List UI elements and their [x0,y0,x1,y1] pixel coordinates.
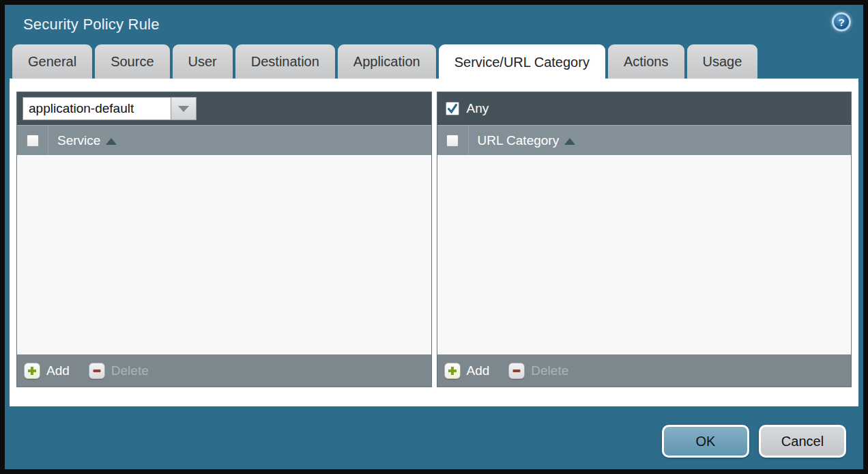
check-mark-icon [447,103,458,114]
url-category-column-header-row: URL Category [437,125,852,155]
url-category-delete-label: Delete [531,363,568,378]
minus-icon [89,363,105,379]
any-checkbox[interactable] [446,102,459,115]
minus-icon [508,363,525,379]
service-list-body[interactable] [17,155,431,354]
chevron-down-icon[interactable] [171,97,197,120]
dialog-titlebar: Security Policy Rule ? [5,5,863,44]
service-type-dropdown[interactable] [23,97,197,120]
security-policy-rule-dialog: Security Policy Rule ? General Source Us… [0,0,868,474]
plus-icon [444,363,461,379]
sort-ascending-icon [564,138,575,145]
url-category-column-label[interactable]: URL Category [478,133,560,148]
url-category-panel: Any URL Category Add [437,92,852,387]
service-column-label[interactable]: Service [57,133,100,148]
tab-service-url-category[interactable]: Service/URL Category [439,44,605,80]
tab-general[interactable]: General [12,44,92,79]
service-delete-label: Delete [111,363,149,378]
url-category-column-label-wrap[interactable]: URL Category [469,126,576,155]
url-category-add-label: Add [467,363,490,378]
service-select-all-checkbox[interactable] [27,135,39,147]
dialog-footer: OK Cancel [662,425,846,458]
any-label: Any [467,101,489,116]
dialog-title: Security Policy Rule [23,16,160,33]
url-category-list-body[interactable] [437,155,852,354]
chevron-down-glyph [178,106,189,112]
service-delete-button[interactable]: Delete [89,363,149,379]
plus-icon [24,363,40,379]
tab-application[interactable]: Application [338,44,436,79]
service-add-label: Add [46,363,70,378]
service-panel: Service Add Delete [16,92,432,387]
tab-content: Service Add Delete [10,79,858,406]
tab-bar: General Source User Destination Applicat… [12,44,757,79]
service-add-button[interactable]: Add [24,363,70,379]
url-category-add-button[interactable]: Add [444,363,490,379]
service-select-all-cell [17,126,48,155]
sort-ascending-icon [106,138,117,145]
tab-destination[interactable]: Destination [235,44,335,79]
url-category-select-all-cell [437,126,469,155]
url-category-select-all-checkbox[interactable] [446,135,459,147]
help-icon[interactable]: ? [832,12,851,31]
service-column-header-row: Service [17,125,431,155]
url-category-footer-toolbar: Add Delete [437,354,852,387]
service-column-label-wrap[interactable]: Service [48,126,117,155]
tab-actions[interactable]: Actions [608,44,684,79]
ok-button[interactable]: OK [662,425,749,458]
service-toolbar [17,92,431,125]
url-category-any-row: Any [443,101,489,116]
service-type-dropdown-input[interactable] [23,97,171,120]
tab-source[interactable]: Source [95,44,169,79]
tab-usage[interactable]: Usage [687,44,758,79]
url-category-toolbar: Any [437,92,852,125]
url-category-delete-button[interactable]: Delete [508,363,568,379]
cancel-button[interactable]: Cancel [759,425,846,458]
tab-user[interactable]: User [173,44,233,79]
service-footer-toolbar: Add Delete [17,354,431,387]
